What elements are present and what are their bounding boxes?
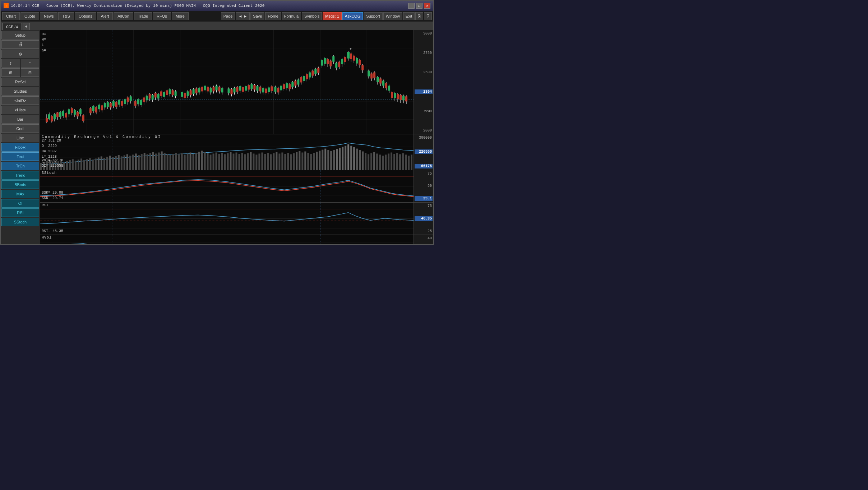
copy-button[interactable]: ⎘ <box>415 12 423 20</box>
svg-rect-231 <box>335 63 337 68</box>
svg-rect-161 <box>195 88 198 93</box>
menu-alert[interactable]: Alert <box>97 12 113 20</box>
trend-button[interactable]: Trend <box>1 171 39 180</box>
svg-rect-333 <box>258 153 260 170</box>
hvol-panel-title: HVol <box>42 236 52 240</box>
symbols-button[interactable]: Symbols <box>302 12 322 20</box>
tab-add-button[interactable]: + <box>23 23 30 30</box>
page-button[interactable]: Page <box>221 12 235 20</box>
arrow-down-icon[interactable]: ↑ <box>21 59 40 68</box>
rsi-button[interactable]: RSI <box>1 208 39 217</box>
sstoch-button[interactable]: SStoch <box>1 218 39 226</box>
svg-rect-131 <box>121 101 123 106</box>
svg-rect-298 <box>158 152 160 170</box>
page-nav-button[interactable]: ◄ ► <box>236 12 250 20</box>
menu-quote[interactable]: Quote <box>20 12 39 20</box>
menu-ts[interactable]: T&S <box>58 12 74 20</box>
svg-rect-286 <box>124 155 125 170</box>
home-button[interactable]: Home <box>265 12 281 20</box>
svg-rect-304 <box>175 153 177 170</box>
svg-rect-382 <box>399 154 401 170</box>
expand-icon[interactable]: ⊞ <box>1 68 20 77</box>
askcqg-button[interactable]: AskCQG <box>342 12 363 20</box>
rsi-panel-title: RSI <box>42 203 49 207</box>
svg-rect-357 <box>327 150 329 170</box>
menu-news[interactable]: News <box>40 12 58 20</box>
svg-rect-52 <box>187 91 189 96</box>
svg-rect-219 <box>303 76 305 81</box>
menu-rfqs[interactable]: RFQs <box>153 12 171 20</box>
msgs-button[interactable]: Msgs: 1 <box>323 12 342 20</box>
svg-rect-349 <box>304 152 306 170</box>
fibor-button[interactable]: FiboR <box>1 143 39 152</box>
compress-icon[interactable]: ⊟ <box>21 68 40 77</box>
oi-button[interactable]: OI <box>1 199 39 208</box>
svg-rect-121 <box>107 102 109 107</box>
svg-rect-355 <box>322 150 323 170</box>
menu-more[interactable]: More <box>172 12 189 20</box>
svg-rect-68 <box>283 84 285 89</box>
vol-axis-66178: 66178 <box>415 164 433 168</box>
tab-ccew[interactable]: CCE,W <box>2 23 22 30</box>
close-button[interactable]: ✕ <box>424 3 430 9</box>
svg-rect-303 <box>172 154 174 170</box>
menu-chart[interactable]: Chart <box>2 12 20 20</box>
hist-button[interactable]: <Hist> <box>1 106 39 114</box>
help-button[interactable]: ? <box>424 12 432 20</box>
svg-rect-268 <box>72 159 74 170</box>
rsi-value: RSI= 46.35 <box>42 229 63 233</box>
svg-rect-89 <box>370 74 373 79</box>
svg-rect-113 <box>74 110 76 115</box>
text-button[interactable]: Text <box>1 152 39 161</box>
rescl-button[interactable]: ReScl <box>1 78 39 86</box>
menu-trade[interactable]: Trade <box>134 12 152 20</box>
arrow-up-icon[interactable]: ↕ <box>1 59 20 68</box>
max-button[interactable]: MAx <box>1 190 39 198</box>
formula-button[interactable]: Formula <box>282 12 301 20</box>
svg-rect-359 <box>333 150 335 170</box>
maximize-button[interactable]: □ <box>416 3 423 9</box>
cndl-button[interactable]: Cndl <box>1 124 39 133</box>
svg-rect-331 <box>253 153 254 170</box>
studies-button[interactable]: Studies <box>1 87 39 96</box>
setup-button[interactable]: Setup <box>1 31 39 40</box>
svg-rect-337 <box>270 154 272 170</box>
rsi-current: 46.35 <box>415 216 433 221</box>
menu-options[interactable]: Options <box>75 12 96 20</box>
svg-rect-320 <box>221 153 223 170</box>
window-menu-button[interactable]: Window <box>383 12 402 20</box>
bar-button[interactable]: Bar <box>1 115 39 124</box>
svg-rect-205 <box>271 86 273 91</box>
svg-rect-332 <box>255 154 257 170</box>
svg-rect-271 <box>80 158 82 170</box>
bbnds-button[interactable]: BBnds <box>1 180 39 189</box>
settings-icon[interactable]: ⚙ <box>1 50 39 58</box>
svg-rect-111 <box>71 108 73 113</box>
trch-button[interactable]: TrCh <box>1 162 39 170</box>
svg-rect-117 <box>79 109 82 114</box>
svg-rect-115 <box>77 112 79 116</box>
minimize-button[interactable]: — <box>408 3 415 9</box>
svg-rect-155 <box>172 90 174 95</box>
svg-rect-282 <box>112 157 114 170</box>
svg-rect-325 <box>235 152 237 170</box>
svg-rect-72 <box>324 58 326 64</box>
save-button[interactable]: Save <box>250 12 264 20</box>
print-icon[interactable]: 🖨 <box>1 40 39 49</box>
svg-rect-367 <box>356 149 358 170</box>
exit-button[interactable]: Exit <box>403 12 415 20</box>
current-price-1: 2304 <box>415 89 433 94</box>
menu-allcon[interactable]: AllCon <box>114 12 133 20</box>
svg-rect-302 <box>170 155 171 170</box>
support-button[interactable]: Support <box>364 12 383 20</box>
intd-button[interactable]: <IntD> <box>1 96 39 105</box>
svg-rect-80 <box>347 52 350 59</box>
svg-rect-265 <box>63 162 65 170</box>
main-window: ✦ 16:04:14 CCE - Cocoa (ICE), Weekly Con… <box>0 0 434 245</box>
svg-rect-22 <box>56 112 59 117</box>
svg-rect-378 <box>388 153 389 170</box>
svg-rect-197 <box>259 87 261 91</box>
line-button[interactable]: Line <box>1 134 39 142</box>
svg-rect-153 <box>169 89 171 94</box>
svg-rect-326 <box>238 154 240 170</box>
